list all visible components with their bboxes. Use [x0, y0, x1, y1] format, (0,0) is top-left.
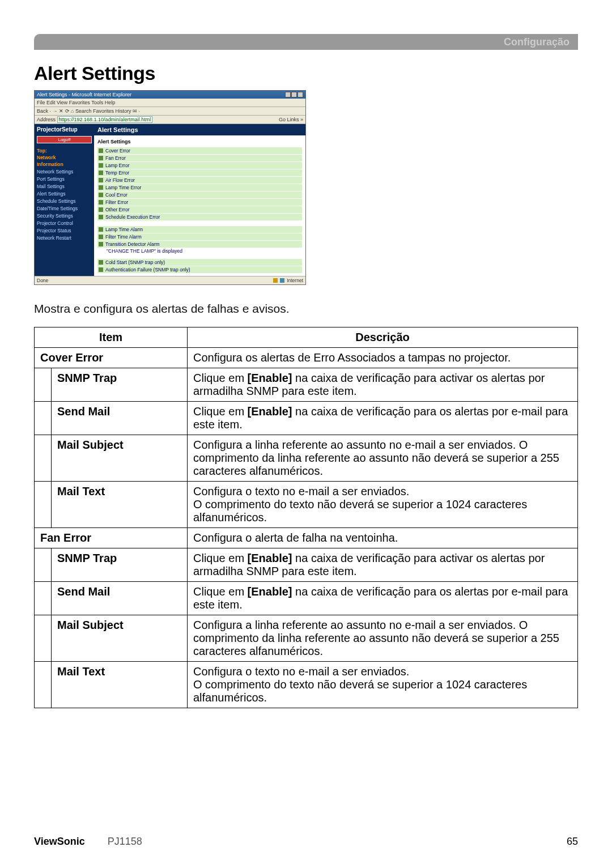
- menubar[interactable]: File Edit View Favorites Tools Help: [35, 99, 305, 107]
- alert-row[interactable]: Schedule Execution Error: [97, 214, 302, 220]
- table-row: SNMP TrapClique em [Enable] na caixa de …: [35, 368, 578, 402]
- alert-row[interactable]: Lamp Time Error: [97, 184, 302, 191]
- alert-row[interactable]: Authentication Failure (SNMP trap only): [97, 266, 302, 273]
- alert-label: Filter Error: [105, 199, 128, 205]
- sidebar: ProjectorSetup Logoff Top: Network Infor…: [35, 124, 94, 276]
- alert-row[interactable]: Filter Error: [97, 199, 302, 206]
- indent-cell: [35, 482, 52, 528]
- sidebar-information[interactable]: Information: [37, 161, 92, 167]
- sidebar-item[interactable]: Projector Status: [37, 228, 92, 233]
- page-footer: ViewSonic PJ1158 65: [34, 836, 578, 848]
- sidebar-item[interactable]: Network Restart: [37, 235, 92, 241]
- desc-cell: Configura o texto no e-mail a ser enviad…: [188, 482, 578, 528]
- table-row: Mail TextConfigura o texto no e-mail a s…: [35, 482, 578, 528]
- sidebar-item[interactable]: Network Settings: [37, 169, 92, 175]
- table-row: Send MailClique em [Enable] na caixa de …: [35, 582, 578, 615]
- alert-row[interactable]: Fan Error: [97, 155, 302, 161]
- address-value[interactable]: https://192.168.1.10/admin/alertmail.htm…: [57, 116, 153, 123]
- checkbox-icon[interactable]: [99, 178, 103, 182]
- alert-label: Transition Detector Alarm: [105, 241, 160, 247]
- indent-cell: [35, 402, 52, 435]
- item-cell: Mail Subject: [52, 615, 188, 662]
- sidebar-network[interactable]: Network: [37, 155, 92, 160]
- window-buttons: [285, 92, 303, 97]
- main-panel: Alert Settings Alert Settings Cover Erro…: [94, 124, 305, 276]
- checkbox-icon[interactable]: [99, 171, 103, 175]
- table-row: Cover ErrorConfigura os alertas de Erro …: [35, 348, 578, 368]
- sidebar-item[interactable]: Security Settings: [37, 213, 92, 219]
- checkbox-icon[interactable]: [99, 260, 103, 265]
- alert-row[interactable]: Other Error: [97, 206, 302, 213]
- footer-page: 65: [567, 836, 578, 848]
- sidebar-item[interactable]: Date/Time Settings: [37, 206, 92, 211]
- checkbox-icon[interactable]: [99, 207, 103, 212]
- sidebar-item[interactable]: Mail Settings: [37, 184, 92, 189]
- checkbox-icon[interactable]: [99, 235, 103, 239]
- indent-cell: [35, 615, 52, 662]
- main-header: Alert Settings: [94, 124, 305, 135]
- page-title: Alert Settings: [34, 62, 578, 84]
- close-icon[interactable]: [298, 92, 303, 97]
- checkbox-icon[interactable]: [99, 148, 103, 153]
- desc-cell: Clique em [Enable] na caixa de verificaç…: [188, 368, 578, 402]
- alert-label: Filter Time Alarm: [105, 234, 142, 240]
- checkbox-icon[interactable]: [99, 185, 103, 190]
- minimize-icon[interactable]: [285, 92, 291, 97]
- th-desc: Descrição: [188, 327, 578, 348]
- desc-cell: Configura a linha referente ao assunto n…: [188, 615, 578, 662]
- maximize-icon[interactable]: [291, 92, 297, 97]
- checkbox-icon[interactable]: [99, 156, 103, 160]
- sidebar-item[interactable]: Schedule Settings: [37, 198, 92, 204]
- checkbox-icon[interactable]: [99, 193, 103, 197]
- addressbar[interactable]: Address https://192.168.1.10/admin/alert…: [35, 116, 305, 124]
- item-cell: Cover Error: [35, 348, 188, 368]
- toolbar[interactable]: Back · → ✕ ⟳ ⌂ Search Favorites History …: [35, 107, 305, 116]
- alert-row[interactable]: Cold Start (SNMP trap only): [97, 259, 302, 266]
- address-label: Address: [37, 117, 56, 122]
- alert-label: Cover Error: [105, 148, 130, 154]
- alert-row[interactable]: Transition Detector Alarm: [97, 241, 302, 248]
- logoff-button[interactable]: Logoff: [37, 136, 92, 143]
- table-row: Send MailClique em [Enable] na caixa de …: [35, 402, 578, 435]
- alert-row[interactable]: Cover Error: [97, 147, 302, 154]
- checkbox-icon[interactable]: [99, 227, 103, 232]
- description-table: Item Descrição Cover ErrorConfigura os a…: [34, 327, 578, 708]
- alert-row[interactable]: Lamp Time Alarm: [97, 226, 302, 233]
- alert-label: Lamp Time Alarm: [105, 227, 143, 232]
- alert-row[interactable]: Filter Time Alarm: [97, 233, 302, 240]
- alert-row[interactable]: Cool Error: [97, 192, 302, 198]
- checkbox-icon[interactable]: [99, 267, 103, 272]
- sidebar-item[interactable]: Port Settings: [37, 176, 92, 182]
- table-row: SNMP TrapClique em [Enable] na caixa de …: [35, 548, 578, 582]
- checkbox-icon[interactable]: [99, 200, 103, 205]
- status-left: Done: [37, 278, 48, 283]
- statusbar: Done Internet: [35, 276, 305, 284]
- intro-text: Mostra e configura os alertas de falhas …: [34, 302, 578, 316]
- sidebar-item[interactable]: Projector Control: [37, 220, 92, 226]
- checkbox-icon[interactable]: [99, 242, 103, 246]
- item-cell: Send Mail: [52, 402, 188, 435]
- alert-row[interactable]: Temp Error: [97, 169, 302, 176]
- alert-row[interactable]: Lamp Error: [97, 162, 302, 169]
- item-cell: Mail Subject: [52, 435, 188, 482]
- alert-row[interactable]: Air Flow Error: [97, 177, 302, 184]
- sidebar-item[interactable]: Alert Settings: [37, 191, 92, 197]
- alert-label: Schedule Execution Error: [105, 214, 160, 220]
- indent-cell: [35, 548, 52, 582]
- sidebar-brand: ProjectorSetup: [37, 126, 92, 133]
- desc-cell: Clique em [Enable] na caixa de verificaç…: [188, 582, 578, 615]
- alert-label: Lamp Error: [105, 163, 130, 168]
- checkbox-icon[interactable]: [99, 163, 103, 168]
- indent-cell: [35, 435, 52, 482]
- table-row: Mail TextConfigura o texto no e-mail a s…: [35, 662, 578, 708]
- table-row: Mail SubjectConfigura a linha referente …: [35, 435, 578, 482]
- address-right[interactable]: Go Links »: [279, 117, 303, 122]
- desc-cell: Configura o texto no e-mail a ser enviad…: [188, 662, 578, 708]
- alert-label: Lamp Time Error: [105, 185, 141, 190]
- checkbox-icon[interactable]: [99, 215, 103, 219]
- item-cell: Send Mail: [52, 582, 188, 615]
- alert-label: Air Flow Error: [105, 177, 135, 183]
- item-cell: SNMP Trap: [52, 368, 188, 402]
- alert-label: Cool Error: [105, 192, 128, 198]
- desc-cell: Configura o alerta de falha na ventoinha…: [188, 528, 578, 548]
